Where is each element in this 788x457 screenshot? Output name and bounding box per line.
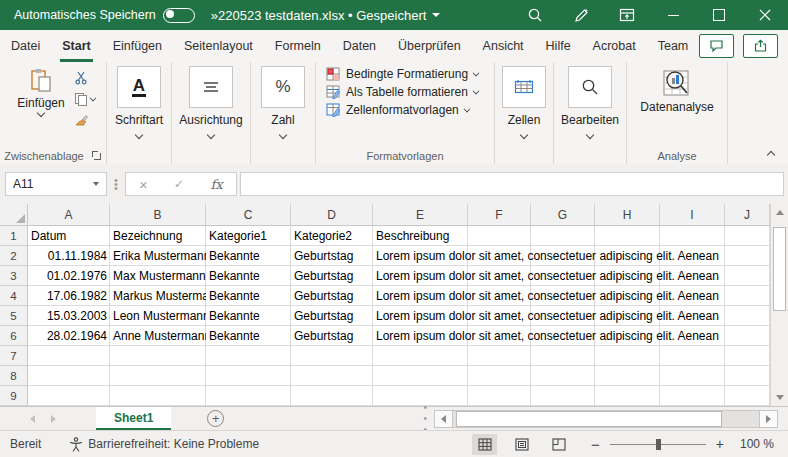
comments-button[interactable] bbox=[699, 34, 734, 58]
column-header-J[interactable]: J bbox=[725, 204, 770, 226]
next-sheet-icon[interactable] bbox=[51, 415, 56, 423]
cell-B4[interactable]: Markus Mustermann bbox=[110, 286, 206, 306]
cell-E5[interactable]: Lorem ipsum dolor sit amet, consectetuer… bbox=[373, 306, 770, 326]
search-button[interactable] bbox=[512, 0, 558, 30]
column-header-G[interactable]: G bbox=[531, 204, 595, 226]
font-group-button[interactable]: A Schriftart bbox=[107, 62, 171, 138]
column-header-D[interactable]: D bbox=[291, 204, 373, 226]
confirm-entry-icon[interactable]: ✓ bbox=[174, 177, 184, 191]
cell-C1[interactable]: Kategorie1 bbox=[206, 226, 291, 246]
cell-D5[interactable]: Geburtstag bbox=[291, 306, 373, 326]
number-group-button[interactable]: % Zahl bbox=[251, 62, 315, 138]
column-header-I[interactable]: I bbox=[660, 204, 725, 226]
zoom-out-button[interactable]: − bbox=[591, 436, 600, 453]
cell-B6[interactable]: Anne Mustermann bbox=[110, 326, 206, 346]
column-header-E[interactable]: E bbox=[373, 204, 468, 226]
collapse-ribbon-icon[interactable] bbox=[767, 151, 775, 159]
horizontal-scrollbar[interactable] bbox=[453, 410, 759, 428]
row-header-6[interactable]: 6 bbox=[0, 326, 28, 346]
cell-E3[interactable]: Lorem ipsum dolor sit amet, consectetuer… bbox=[373, 266, 770, 286]
quick-access-overflow-icon[interactable]: » bbox=[211, 8, 218, 23]
zoom-in-button[interactable]: + bbox=[716, 436, 724, 452]
name-box-dropdown-icon[interactable] bbox=[93, 182, 99, 186]
previous-sheet-icon[interactable] bbox=[30, 415, 35, 423]
scroll-up-button[interactable] bbox=[772, 204, 788, 221]
copy-dropdown-icon[interactable] bbox=[89, 95, 96, 102]
maximize-button[interactable] bbox=[696, 0, 742, 30]
formula-bar-resize-handle[interactable]: ••• bbox=[114, 178, 118, 190]
document-title[interactable]: 220523 testdaten.xlsx • Gespeichert bbox=[218, 0, 440, 30]
cell-A5[interactable]: 15.03.2003 bbox=[28, 306, 110, 326]
cell-E4[interactable]: Lorem ipsum dolor sit amet, consectetuer… bbox=[373, 286, 770, 306]
paste-button[interactable]: Einfügen bbox=[10, 66, 71, 118]
copy-button[interactable] bbox=[74, 91, 96, 107]
format-as-table-button[interactable]: Als Tabelle formatieren bbox=[326, 85, 486, 99]
cell-D1[interactable]: Kategorie2 bbox=[291, 226, 373, 246]
tab-daten[interactable]: Daten bbox=[332, 30, 387, 62]
vertical-scroll-thumb[interactable] bbox=[773, 227, 786, 311]
row-header-5[interactable]: 5 bbox=[0, 306, 28, 326]
column-header-B[interactable]: B bbox=[110, 204, 206, 226]
add-sheet-button[interactable]: + bbox=[207, 410, 224, 427]
data-analysis-button[interactable]: Datenanalyse bbox=[633, 66, 720, 116]
tab-formeln[interactable]: Formeln bbox=[264, 30, 332, 62]
font-group-chevron-icon[interactable] bbox=[135, 131, 143, 139]
cell-C6[interactable]: Bekannte bbox=[206, 326, 291, 346]
name-box[interactable]: A11 bbox=[5, 172, 107, 196]
paste-dropdown-icon[interactable] bbox=[37, 109, 45, 117]
close-button[interactable] bbox=[742, 0, 788, 30]
column-header-H[interactable]: H bbox=[595, 204, 660, 226]
cell-B5[interactable]: Leon Mustermann bbox=[110, 306, 206, 326]
cells-group-button[interactable]: Zellen bbox=[495, 62, 553, 138]
row-header-1[interactable]: 1 bbox=[0, 226, 28, 246]
sheet-tab-sheet1[interactable]: Sheet1 bbox=[96, 407, 171, 430]
accessibility-status[interactable]: Barrierefreiheit: Keine Probleme bbox=[69, 437, 259, 452]
number-group-chevron-icon[interactable] bbox=[279, 131, 287, 139]
cell-grid[interactable]: ABCDEFGHIJ123456789DatumBezeichnungKateg… bbox=[0, 204, 770, 406]
tab-acrobat[interactable]: Acrobat bbox=[582, 30, 647, 62]
cell-A3[interactable]: 01.02.1976 bbox=[28, 266, 110, 286]
conditional-formatting-button[interactable]: Bedingte Formatierung bbox=[326, 67, 486, 81]
zoom-slider[interactable] bbox=[610, 444, 706, 445]
cell-C4[interactable]: Bekannte bbox=[206, 286, 291, 306]
cell-D2[interactable]: Geburtstag bbox=[291, 246, 373, 266]
column-header-C[interactable]: C bbox=[206, 204, 291, 226]
row-header-9[interactable]: 9 bbox=[0, 386, 28, 406]
autosave-control[interactable]: Automatisches Speichern bbox=[14, 8, 195, 23]
tab-datei[interactable]: Datei bbox=[0, 30, 51, 62]
autosave-toggle[interactable] bbox=[163, 8, 195, 23]
vertical-scrollbar[interactable] bbox=[770, 204, 788, 406]
cell-E1[interactable]: Beschreibung bbox=[373, 226, 468, 246]
scroll-right-button[interactable] bbox=[759, 410, 778, 428]
cell-D3[interactable]: Geburtstag bbox=[291, 266, 373, 286]
row-header-7[interactable]: 7 bbox=[0, 346, 28, 366]
column-header-A[interactable]: A bbox=[28, 204, 110, 226]
cell-D6[interactable]: Geburtstag bbox=[291, 326, 373, 346]
share-button[interactable] bbox=[743, 34, 778, 58]
tab-ansicht[interactable]: Ansicht bbox=[472, 30, 535, 62]
cell-E2[interactable]: Lorem ipsum dolor sit amet, consectetuer… bbox=[373, 246, 770, 266]
cell-A4[interactable]: 17.06.1982 bbox=[28, 286, 110, 306]
scroll-down-button[interactable] bbox=[772, 389, 788, 406]
cancel-entry-icon[interactable]: × bbox=[139, 176, 148, 193]
horizontal-scroll-thumb[interactable] bbox=[456, 411, 722, 427]
page-break-view-button[interactable] bbox=[546, 434, 571, 455]
cell-B2[interactable]: Erika Mustermann bbox=[110, 246, 206, 266]
column-header-F[interactable]: F bbox=[468, 204, 531, 226]
normal-view-button[interactable] bbox=[472, 434, 497, 455]
cell-B1[interactable]: Bezeichnung bbox=[110, 226, 206, 246]
alignment-group-chevron-icon[interactable] bbox=[207, 131, 215, 139]
clipboard-dialog-launcher-icon[interactable] bbox=[91, 150, 102, 161]
formula-input[interactable] bbox=[240, 172, 784, 196]
cell-E6[interactable]: Lorem ipsum dolor sit amet, consectetuer… bbox=[373, 326, 770, 346]
row-header-8[interactable]: 8 bbox=[0, 366, 28, 386]
cells-group-chevron-icon[interactable] bbox=[520, 131, 528, 139]
cell-C5[interactable]: Bekannte bbox=[206, 306, 291, 326]
cell-B3[interactable]: Max Mustermann bbox=[110, 266, 206, 286]
cell-styles-button[interactable]: Zellenformatvorlagen bbox=[326, 103, 486, 117]
tab-seitenlayout[interactable]: Seitenlayout bbox=[173, 30, 264, 62]
cell-C2[interactable]: Bekannte bbox=[206, 246, 291, 266]
insert-function-icon[interactable]: fx bbox=[211, 177, 223, 192]
alignment-group-button[interactable]: Ausrichtung bbox=[172, 62, 250, 138]
tab-start[interactable]: Start bbox=[51, 30, 101, 62]
